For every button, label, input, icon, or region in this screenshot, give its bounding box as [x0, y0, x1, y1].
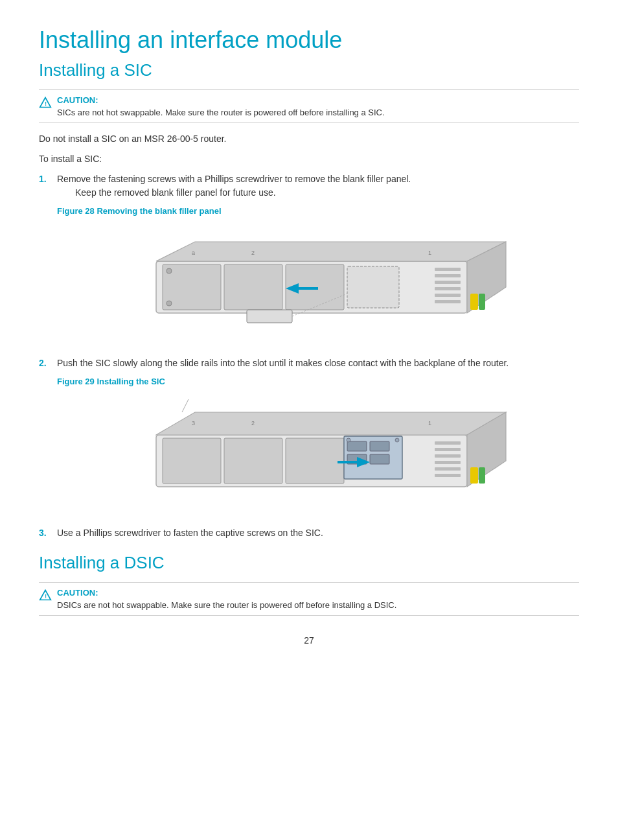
- caution-box-dsic: ! CAUTION: DSICs are not hot swappable. …: [39, 582, 579, 616]
- svg-marker-2: [156, 242, 506, 261]
- svg-line-27: [182, 399, 189, 412]
- section-dsic-heading: Installing a DSIC: [39, 553, 579, 573]
- figure-28: a 2 1: [57, 224, 579, 341]
- svg-text:2: 2: [251, 420, 255, 426]
- svg-rect-7: [347, 266, 399, 308]
- page-title: Installing an interface module: [39, 26, 579, 54]
- svg-rect-5: [224, 264, 282, 310]
- svg-point-36: [347, 438, 350, 442]
- step-2-number: 2.: [39, 356, 51, 522]
- figure-28-caption: Figure 28 Removing the blank filler pane…: [57, 205, 579, 218]
- svg-rect-35: [370, 454, 389, 464]
- figure-29: 3 2 1: [57, 394, 579, 511]
- svg-text:1: 1: [428, 420, 431, 426]
- svg-text:!: !: [45, 593, 47, 600]
- svg-rect-10: [435, 268, 461, 271]
- figure-29-caption: Figure 29 Installing the SIC: [57, 375, 579, 388]
- step-2-text: Push the SIC slowly along the slide rail…: [57, 358, 509, 368]
- svg-rect-30: [286, 438, 344, 484]
- svg-rect-39: [435, 448, 461, 451]
- svg-text:a: a: [192, 250, 195, 256]
- svg-rect-11: [435, 274, 461, 277]
- page-number: 27: [39, 635, 579, 646]
- svg-text:2: 2: [251, 250, 255, 256]
- svg-rect-14: [435, 294, 461, 297]
- svg-rect-45: [479, 467, 485, 484]
- svg-text:1: 1: [428, 250, 431, 256]
- caution-text-sic: SICs are not hot swappable. Make sure th…: [57, 108, 385, 117]
- step-1-number: 1.: [39, 172, 51, 351]
- caution-label-sic: CAUTION:: [57, 95, 385, 105]
- caution-content-sic: CAUTION: SICs are not hot swappable. Mak…: [57, 95, 385, 117]
- svg-point-8: [166, 268, 172, 274]
- svg-rect-32: [347, 441, 367, 451]
- svg-rect-16: [470, 294, 478, 310]
- svg-rect-13: [435, 287, 461, 290]
- svg-point-9: [166, 301, 172, 306]
- warning-triangle-icon-2: !: [39, 589, 52, 601]
- step-1: 1. Remove the fastening screws with a Ph…: [39, 172, 579, 351]
- step-3: 3. Use a Phillips screwdriver to fasten …: [39, 526, 579, 540]
- svg-rect-42: [435, 467, 461, 471]
- sic-intro-line1: Do not install a SIC on an MSR 26-00-5 r…: [39, 132, 579, 146]
- section-sic-heading: Installing a SIC: [39, 60, 579, 80]
- svg-rect-19: [247, 310, 292, 323]
- step-3-text: Use a Phillips screwdriver to fasten the…: [57, 528, 323, 538]
- caution-text-dsic: DSICs are not hot swappable. Make sure t…: [57, 600, 396, 610]
- svg-rect-41: [435, 461, 461, 464]
- svg-rect-12: [435, 281, 461, 284]
- svg-rect-38: [435, 441, 461, 445]
- step-2: 2. Push the SIC slowly along the slide r…: [39, 356, 579, 522]
- svg-rect-44: [470, 467, 478, 484]
- svg-rect-40: [435, 454, 461, 458]
- svg-rect-29: [224, 438, 282, 484]
- caution-box-sic: ! CAUTION: SICs are not hot swappable. M…: [39, 89, 579, 123]
- svg-point-37: [395, 438, 399, 442]
- svg-rect-17: [479, 294, 485, 310]
- step-1-subtext: Keep the removed blank filler panel for …: [75, 186, 579, 200]
- caution-content-dsic: CAUTION: DSICs are not hot swappable. Ma…: [57, 588, 396, 610]
- svg-rect-28: [163, 438, 221, 484]
- svg-text:!: !: [45, 100, 47, 107]
- svg-text:3: 3: [192, 420, 195, 426]
- step-1-text: Remove the fastening screws with a Phill…: [57, 174, 411, 184]
- step-3-number: 3.: [39, 526, 51, 540]
- step-3-content: Use a Phillips screwdriver to fasten the…: [57, 526, 579, 540]
- svg-rect-33: [370, 441, 389, 451]
- warning-triangle-icon: !: [39, 96, 52, 109]
- step-2-content: Push the SIC slowly along the slide rail…: [57, 356, 579, 522]
- svg-rect-15: [435, 300, 461, 303]
- sic-intro-line2: To install a SIC:: [39, 152, 579, 166]
- svg-rect-43: [435, 474, 461, 477]
- caution-label-dsic: CAUTION:: [57, 588, 396, 598]
- step-1-content: Remove the fastening screws with a Phill…: [57, 172, 579, 351]
- svg-marker-25: [156, 412, 506, 435]
